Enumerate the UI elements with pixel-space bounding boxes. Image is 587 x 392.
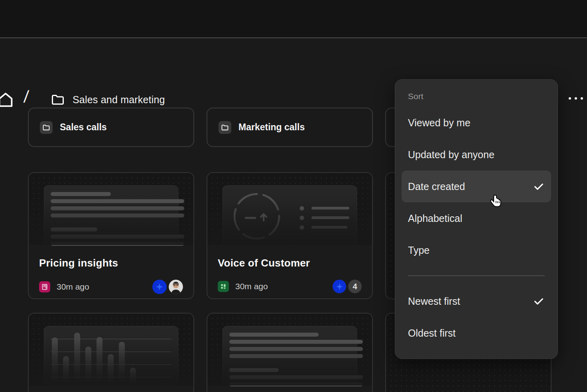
menu-item-label: Newest first — [408, 296, 460, 307]
menu-item-label: Updated by anyone — [408, 149, 494, 161]
card-title: Voice of Customer — [218, 257, 362, 269]
folder-tile — [219, 121, 231, 134]
sparkle-icon — [155, 282, 164, 292]
dashboard-icon — [218, 281, 229, 292]
card-pricing-insights[interactable]: Pricing insights 30m ago — [28, 172, 194, 299]
card-title: Pricing insights — [39, 257, 183, 269]
ai-sparkle-badge — [333, 280, 346, 293]
card-timestamp: 30m ago — [235, 282, 268, 291]
card-doc-skeleton[interactable] — [207, 313, 373, 392]
paper-doc-icon — [39, 281, 50, 292]
ellipsis-dot — [575, 97, 577, 100]
menu-item-viewed-by-me[interactable]: Viewed by me — [402, 107, 551, 139]
card-body: Voice of Customer 30m ago — [207, 245, 372, 293]
pointer-cursor — [489, 194, 503, 210]
menu-item-label: Type — [408, 245, 429, 256]
folder-chip-label: Marketing calls — [238, 122, 305, 133]
folder-icon — [42, 123, 50, 131]
card-thumbnail — [207, 314, 372, 386]
folder-icon — [51, 92, 65, 107]
breadcrumb-separator: / — [23, 87, 30, 106]
skeleton-line — [229, 333, 319, 337]
menu-item-alphabetical[interactable]: Alphabetical — [402, 202, 551, 234]
ellipsis-dot — [569, 97, 571, 100]
card-timestamp: 30m ago — [57, 282, 89, 292]
menu-item-updated-by-anyone[interactable]: Updated by anyone — [402, 139, 551, 171]
folder-chip-sales-calls[interactable]: Sales calls — [28, 108, 194, 147]
card-voice-of-customer[interactable]: Voice of Customer 30m ago — [207, 172, 373, 299]
sparkle-icon — [335, 282, 344, 291]
top-chrome — [0, 0, 587, 38]
menu-item-label: Date created — [408, 181, 465, 192]
folder-tile — [40, 121, 53, 134]
card-bar-chart[interactable] — [28, 313, 194, 392]
thumbnail-fade — [29, 200, 193, 245]
card-thumbnail — [29, 314, 193, 386]
check-icon — [533, 180, 545, 192]
card-thumbnail — [207, 173, 372, 245]
sort-menu: Sort Viewed by me Updated by anyone Date… — [395, 79, 558, 359]
thumbnail-fade — [207, 200, 372, 245]
check-icon — [533, 295, 545, 307]
more-options-button[interactable] — [569, 97, 583, 100]
menu-item-newest-first[interactable]: Newest first — [402, 285, 551, 317]
thumbnail-fade — [207, 341, 372, 386]
ellipsis-dot — [581, 97, 583, 100]
menu-item-oldest-first[interactable]: Oldest first — [402, 317, 551, 349]
menu-item-label: Alphabetical — [408, 213, 462, 224]
header: / Sales and marketing — [0, 39, 587, 83]
menu-divider — [408, 275, 545, 276]
menu-item-label: Oldest first — [408, 327, 455, 339]
breadcrumb-folder-title[interactable]: Sales and marketing — [73, 94, 165, 106]
collaborator-count-badge: 4 — [348, 280, 362, 293]
menu-item-type[interactable]: Type — [402, 234, 551, 266]
folder-icon — [221, 123, 229, 131]
card-thumbnail — [29, 173, 193, 245]
menu-item-label: Viewed by me — [408, 117, 471, 129]
sort-menu-label: Sort — [395, 85, 557, 107]
skeleton-line — [51, 192, 111, 196]
folder-chip-label: Sales calls — [60, 122, 107, 133]
card-body: Pricing insights 30m ago — [29, 245, 193, 294]
ai-sparkle-badge — [152, 280, 167, 294]
app-window: / Sales and marketing — [0, 0, 587, 392]
home-icon[interactable] — [0, 91, 15, 109]
folder-chip-marketing-calls[interactable]: Marketing calls — [207, 108, 373, 147]
thumbnail-fade — [29, 341, 193, 386]
avatar — [169, 280, 183, 294]
menu-item-date-created[interactable]: Date created — [402, 171, 551, 202]
